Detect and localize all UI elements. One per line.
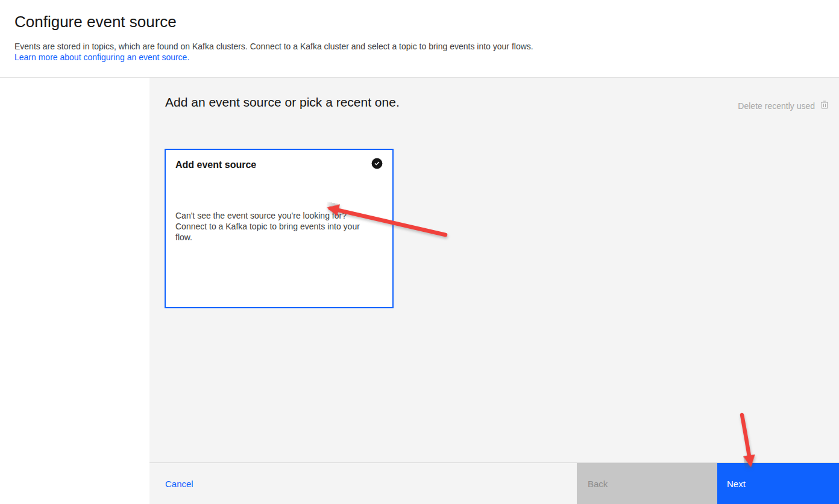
- next-button[interactable]: Next: [717, 463, 839, 504]
- add-event-source-card[interactable]: Add event source Can't see the event sou…: [165, 149, 394, 308]
- page-title: Configure event source: [14, 11, 825, 32]
- cancel-button[interactable]: Cancel: [165, 479, 193, 489]
- trash-can-icon: [820, 100, 829, 111]
- check-circle-icon: [371, 158, 383, 169]
- wizard-sidebar: [0, 78, 149, 504]
- page-header: Configure event source Events are stored…: [0, 0, 839, 78]
- event-source-panel: Add an event source or pick a recent one…: [149, 78, 839, 504]
- wizard-footer: Cancel Back Next: [149, 462, 839, 504]
- card-description: Can't see the event source you're lookin…: [175, 210, 363, 243]
- learn-more-link[interactable]: Learn more about configuring an event so…: [14, 52, 189, 62]
- delete-recently-used-button[interactable]: Delete recently used: [735, 99, 832, 113]
- card-title: Add event source: [175, 158, 256, 172]
- panel-header: Add an event source or pick a recent one…: [149, 78, 839, 113]
- page-description-text: Events are stored in topics, which are f…: [14, 42, 533, 51]
- card-header: Add event source: [175, 158, 383, 172]
- delete-recently-used-label: Delete recently used: [738, 101, 815, 111]
- back-button[interactable]: Back: [577, 463, 717, 504]
- page-description: Events are stored in topics, which are f…: [14, 41, 538, 63]
- panel-heading: Add an event source or pick a recent one…: [165, 95, 400, 110]
